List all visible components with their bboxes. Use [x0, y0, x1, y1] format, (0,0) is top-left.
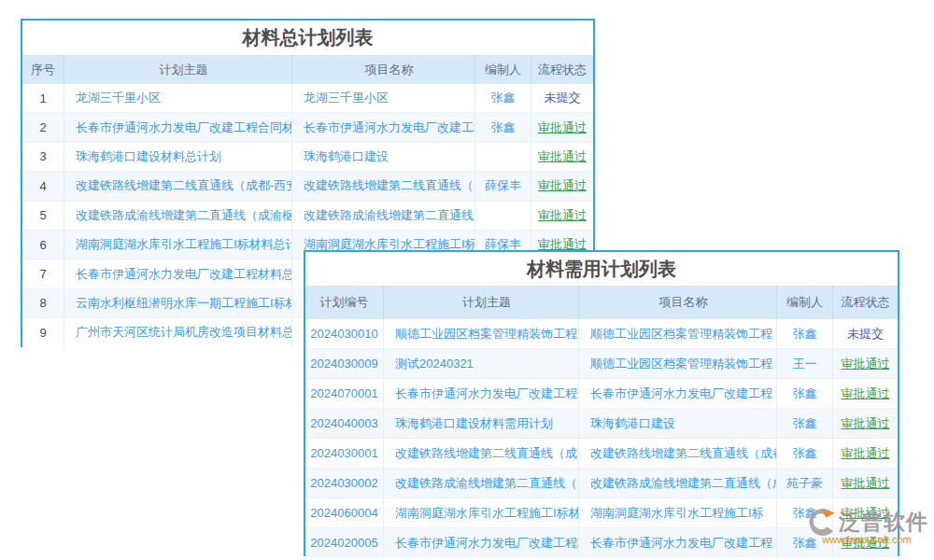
plan-subject-link[interactable]: 龙湖三千里小区	[64, 84, 292, 112]
fanpu-watermark: 泛普软件 www.fanpusoft.com	[800, 507, 934, 545]
watermark-url-text: www.fanpusoft.com	[822, 534, 911, 545]
plan-subject-link[interactable]: 珠海鹤港口建设材料需用计划	[384, 409, 579, 438]
plan-number-link[interactable]: 2024040003	[305, 409, 384, 438]
column-header-project-name: 项目名称	[579, 286, 777, 319]
plan-subject-link[interactable]: 长春市伊通河水力发电厂改建工程合...	[384, 379, 579, 408]
column-header-flow-status: 流程状态	[531, 55, 593, 84]
compiler-name: 苑子豪	[777, 469, 833, 497]
compiler-name: 张鑫	[777, 379, 833, 408]
row-seq: 5	[22, 202, 64, 230]
row-seq: 3	[22, 143, 64, 171]
project-name-link[interactable]: 珠海鹤港口建设	[579, 409, 777, 438]
row-seq: 6	[22, 231, 64, 259]
project-name-link[interactable]: 改建铁路成渝线增建第二直通线...	[292, 202, 475, 230]
status-badge[interactable]: 审批通过	[833, 349, 898, 378]
status-badge[interactable]: 审批通过	[531, 202, 593, 230]
plan-number-link[interactable]: 2024030002	[305, 469, 384, 497]
status-badge[interactable]: 审批通过	[531, 143, 593, 171]
plan-subject-link[interactable]: 湖南洞庭湖水库引水工程施工I标材料总计划	[64, 231, 292, 259]
table-row: 3 珠海鹤港口建设材料总计划 珠海鹤港口建设 审批通过	[22, 143, 593, 172]
table-row: 5 改建铁路成渝线增建第二直通线（成渝枢纽... 改建铁路成渝线增建第二直通线.…	[22, 202, 593, 231]
status-badge[interactable]: 审批通过	[833, 469, 898, 497]
plan-subject-link[interactable]: 珠海鹤港口建设材料总计划	[64, 143, 292, 171]
total-plan-table-title: 材料总计划列表	[22, 21, 593, 55]
project-name-link[interactable]: 改建铁路线增建第二线直通线（成都...	[579, 439, 777, 468]
compiler-name: 张鑫	[475, 84, 531, 112]
plan-subject-link[interactable]: 长春市伊通河水力发电厂改建工程材...	[384, 528, 579, 557]
table-row: 2 长春市伊通河水力发电厂改建工程合同材料... 长春市伊通河水力发电厂改建工程…	[22, 113, 593, 142]
project-name-link[interactable]: 改建铁路线增建第二线直通线（...	[292, 172, 475, 200]
table-row: 2024030010 顺德工业园区档案管理精装饰工程（... 顺德工业园区档案管…	[305, 319, 898, 349]
plan-subject-link[interactable]: 改建铁路成渝线增建第二直通线（成...	[384, 469, 579, 497]
plan-number-link[interactable]: 2024020005	[305, 528, 384, 557]
table-row: 2024030001 改建铁路线增建第二线直通线（成都... 改建铁路线增建第二…	[305, 439, 898, 469]
table-row: 2024070001 长春市伊通河水力发电厂改建工程合... 长春市伊通河水力发…	[305, 379, 898, 409]
table-row: 2024030009 测试20240321 顺德工业园区档案管理精装饰工程（..…	[305, 349, 898, 379]
project-name-link[interactable]: 长春市伊通河水力发电厂改建工程	[579, 528, 777, 557]
column-header-compiler: 编制人	[475, 55, 531, 84]
column-header-project-name: 项目名称	[292, 55, 475, 84]
column-header-flow-status: 流程状态	[833, 286, 898, 319]
status-badge[interactable]: 未提交	[833, 319, 898, 348]
compiler-name: 张鑫	[777, 409, 833, 438]
project-name-link[interactable]: 长春市伊通河水力发电厂改建工程	[579, 379, 777, 408]
column-header-plan-subject: 计划主题	[384, 286, 579, 319]
row-seq: 9	[22, 318, 64, 346]
plan-subject-link[interactable]: 湖南洞庭湖水库引水工程施工I标材...	[384, 498, 579, 527]
plan-number-link[interactable]: 2024030010	[305, 319, 384, 348]
total-plan-table-header: 序号 计划主题 项目名称 编制人 流程状态	[22, 55, 593, 84]
project-name-link[interactable]: 顺德工业园区档案管理精装饰工程（...	[579, 319, 777, 348]
compiler-name: 张鑫	[777, 439, 833, 468]
status-badge[interactable]: 审批通过	[531, 113, 593, 141]
compiler-name	[475, 143, 531, 171]
plan-subject-link[interactable]: 改建铁路成渝线增建第二直通线（成渝枢纽...	[64, 202, 292, 230]
compiler-name: 张鑫	[777, 319, 833, 348]
fanpu-logo-icon	[805, 507, 837, 537]
status-badge[interactable]: 未提交	[531, 84, 593, 112]
watermark-brand-text: 泛普软件	[839, 508, 928, 537]
row-seq: 4	[22, 172, 64, 200]
plan-subject-link[interactable]: 顺德工业园区档案管理精装饰工程（...	[384, 319, 579, 348]
plan-subject-link[interactable]: 云南水利枢纽潜明水库一期工程施工I标材料...	[64, 289, 292, 317]
status-badge[interactable]: 审批通过	[833, 379, 898, 408]
plan-subject-link[interactable]: 广州市天河区统计局机房改造项目材料总计划	[64, 318, 292, 346]
status-badge[interactable]: 审批通过	[833, 439, 898, 468]
plan-subject-link[interactable]: 长春市伊通河水力发电厂改建工程材料总计划	[64, 259, 292, 287]
plan-subject-link[interactable]: 长春市伊通河水力发电厂改建工程合同材料...	[64, 113, 292, 141]
table-row: 1 龙湖三千里小区 龙湖三千里小区 张鑫 未提交	[22, 84, 593, 113]
column-header-plan-subject: 计划主题	[64, 55, 292, 84]
compiler-name: 张鑫	[475, 113, 531, 141]
project-name-link[interactable]: 顺德工业园区档案管理精装饰工程（...	[579, 349, 777, 378]
status-badge[interactable]: 审批通过	[833, 409, 898, 438]
compiler-name: 王一	[777, 349, 833, 378]
project-name-link[interactable]: 珠海鹤港口建设	[292, 143, 475, 171]
plan-number-link[interactable]: 2024070001	[305, 379, 384, 408]
table-row: 4 改建铁路线增建第二线直通线（成都-西安）... 改建铁路线增建第二线直通线（…	[22, 172, 593, 201]
project-name-link[interactable]: 改建铁路成渝线增建第二直通线（成...	[579, 469, 777, 497]
project-name-link[interactable]: 湖南洞庭湖水库引水工程施工I标	[579, 498, 777, 527]
plan-number-link[interactable]: 2024030001	[305, 439, 384, 468]
plan-subject-link[interactable]: 改建铁路线增建第二线直通线（成都-西安）...	[64, 172, 292, 200]
compiler-name: 薛保丰	[475, 172, 531, 200]
requirement-plan-table-header: 计划编号 计划主题 项目名称 编制人 流程状态	[305, 286, 898, 319]
project-name-link[interactable]: 龙湖三千里小区	[292, 84, 475, 112]
project-name-link[interactable]: 长春市伊通河水力发电厂改建工程	[292, 113, 475, 141]
plan-subject-link[interactable]: 测试20240321	[384, 349, 579, 378]
column-header-plan-number: 计划编号	[305, 286, 384, 319]
column-header-seq: 序号	[22, 55, 64, 84]
table-row: 2024030002 改建铁路成渝线增建第二直通线（成... 改建铁路成渝线增建…	[305, 469, 898, 498]
table-row: 2024040003 珠海鹤港口建设材料需用计划 珠海鹤港口建设 张鑫 审批通过	[305, 409, 898, 439]
requirement-plan-table-title: 材料需用计划列表	[305, 252, 898, 286]
row-seq: 1	[22, 84, 64, 112]
plan-number-link[interactable]: 2024030009	[305, 349, 384, 378]
compiler-name	[475, 202, 531, 230]
row-seq: 7	[22, 259, 64, 287]
row-seq: 2	[22, 113, 64, 141]
plan-number-link[interactable]: 2024060004	[305, 498, 384, 527]
row-seq: 8	[22, 289, 64, 317]
column-header-compiler: 编制人	[777, 286, 833, 319]
status-badge[interactable]: 审批通过	[531, 172, 593, 200]
plan-subject-link[interactable]: 改建铁路线增建第二线直通线（成都...	[384, 439, 579, 468]
